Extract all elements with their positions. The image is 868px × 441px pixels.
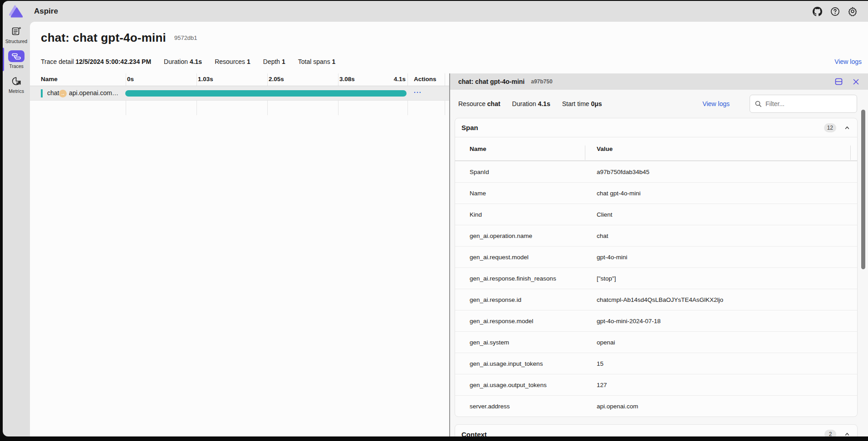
attribute-row: Namechat gpt-4o-mini (455, 182, 857, 204)
app-window: Aspire (3, 1, 868, 436)
span-actions-button[interactable]: ... (414, 87, 422, 94)
page-title: chat: chat gpt-4o-mini (41, 31, 166, 45)
span-section-header[interactable]: Span 12 (455, 118, 857, 137)
attributes-table-header: Name Value (455, 137, 857, 161)
sidebar-item-label: Traces (9, 63, 24, 69)
filter-box (750, 95, 857, 113)
context-section-title: Context (461, 431, 487, 437)
column-divider[interactable] (585, 145, 585, 160)
attribute-row: server.addressapi.openai.com (455, 395, 857, 417)
dock-panel-icon[interactable] (834, 78, 843, 86)
top-bar: Aspire (3, 1, 868, 22)
detail-resource: Resource chat (458, 100, 500, 107)
metrics-icon (11, 75, 22, 87)
trace-timestamp: Trace detail 12/5/2024 5:00:42.234 PM (41, 58, 151, 65)
tick-label: 0s (127, 76, 134, 82)
actions-column-header: Actions (414, 76, 436, 82)
trace-resources: Resources 1 (215, 58, 250, 65)
sidebar-item-structured[interactable]: Structured (3, 22, 30, 47)
details-panel-header: chat: chat gpt-4o-mini a97b750 (450, 73, 868, 90)
filter-input[interactable] (765, 100, 847, 107)
outgoing-call-icon: → (59, 90, 67, 97)
help-icon[interactable] (830, 6, 840, 16)
trace-code-badge: 9572db1 (174, 34, 197, 41)
span-destination: api.openai.com… (69, 89, 124, 97)
close-icon[interactable] (852, 78, 860, 86)
search-icon (755, 100, 762, 107)
context-card: Context 2 (455, 424, 858, 436)
chevron-up-icon[interactable] (843, 431, 851, 436)
name-column-header: Name (41, 76, 58, 82)
context-count-badge: 2 (824, 430, 836, 436)
attribute-row: SpanIda97b750fdab34b45 (455, 161, 857, 182)
attribute-row: gen_ai.response.finish_reasons["stop"] (455, 267, 857, 289)
traces-icon (8, 50, 25, 62)
brand-name: Aspire (34, 7, 58, 16)
span-row[interactable]: chat → api.openai.com… ... (30, 86, 449, 101)
span-count-badge: 12 (824, 123, 836, 132)
waterfall-column-headers: Name 0s 1.03s 2.05s 3.08s 4.1s Actions (30, 73, 449, 86)
attribute-row: gen_ai.operation.namechat (455, 225, 857, 246)
attribute-row: gen_ai.response.idchatcmpl-Ab14sd4QsLBaO… (455, 289, 857, 310)
trace-depth: Depth 1 (263, 58, 285, 65)
trace-waterfall-pane: Name 0s 1.03s 2.05s 3.08s 4.1s Actions c… (30, 73, 449, 436)
span-color-marker (41, 89, 43, 97)
span-attributes-card: Span 12 Name Value SpanIda97b7 (455, 118, 858, 417)
attr-value-header: Value (597, 145, 613, 152)
attribute-row: gen_ai.request.modelgpt-4o-mini (455, 246, 857, 267)
attribute-row: gen_ai.systemopenai (455, 331, 857, 353)
chevron-up-icon[interactable] (843, 124, 851, 131)
tick-label: 3.08s (339, 76, 355, 82)
trace-duration: Duration 4.1s (164, 58, 202, 65)
panel-scrollbar[interactable] (861, 110, 865, 269)
trace-detail-header: Trace detail 12/5/2024 5:00:42.234 PM Du… (30, 50, 868, 73)
github-icon[interactable] (812, 6, 822, 16)
tick-label: 2.05s (269, 76, 284, 82)
attribute-row: gen_ai.usage.output_tokens127 (455, 374, 857, 395)
span-details-panel: chat: chat gpt-4o-mini a97b750 (450, 73, 868, 436)
attr-name-header: Name (470, 145, 486, 152)
sidebar-item-metrics[interactable]: Metrics (3, 72, 30, 97)
aspire-logo-icon (9, 5, 23, 18)
structured-logs-icon (11, 25, 22, 37)
span-section-title: Span (461, 124, 478, 131)
panel-view-logs-link[interactable]: View logs (702, 100, 730, 107)
main-content: chat: chat gpt-4o-mini 9572db1 Trace det… (30, 22, 868, 436)
column-divider[interactable] (850, 145, 851, 160)
span-code-badge: a97b750 (531, 78, 552, 85)
sidebar-item-label: Structured (5, 39, 27, 44)
attribute-row: gen_ai.usage.input_tokens15 (455, 353, 857, 374)
detail-duration: Duration 4.1s (512, 100, 550, 107)
details-body: Span 12 Name Value SpanIda97b7 (450, 118, 868, 436)
details-subheader: Resource chat Duration 4.1s Start time 0… (450, 90, 868, 118)
sidebar-item-traces[interactable]: Traces (3, 47, 30, 72)
tick-label: 4.1s (394, 76, 406, 82)
span-name: chat (47, 89, 59, 97)
sidebar-item-label: Metrics (9, 88, 24, 94)
attribute-row: KindClient (455, 204, 857, 225)
attribute-row: gen_ai.response.modelgpt-4o-mini-2024-07… (455, 310, 857, 331)
detail-start-time: Start time 0μs (562, 100, 602, 107)
active-nav-indicator (3, 48, 4, 71)
trace-view-logs-link[interactable]: View logs (834, 58, 862, 65)
settings-gear-icon[interactable] (848, 6, 858, 16)
details-title: chat: chat gpt-4o-mini (458, 78, 525, 85)
context-section-header[interactable]: Context 2 (455, 425, 857, 436)
trace-total-spans: Total spans 1 (298, 58, 336, 65)
span-duration-bar[interactable] (125, 90, 407, 97)
brand[interactable]: Aspire (9, 5, 58, 18)
page-title-row: chat: chat gpt-4o-mini 9572db1 (30, 22, 868, 50)
sidebar: Structured Traces Me (3, 22, 30, 436)
tick-label: 1.03s (198, 76, 213, 82)
